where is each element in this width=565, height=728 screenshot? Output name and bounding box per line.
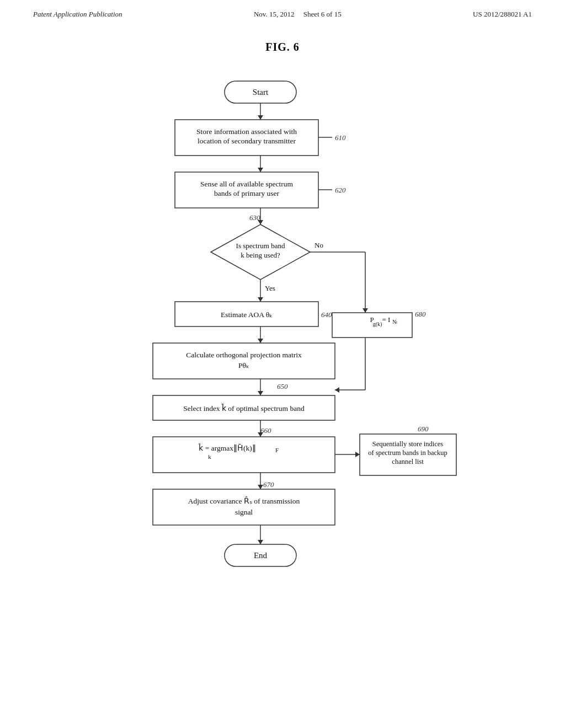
svg-marker-64 <box>258 485 263 489</box>
svg-marker-22 <box>258 297 263 302</box>
svg-marker-57 <box>355 452 360 457</box>
svg-marker-3 <box>258 115 263 120</box>
svg-rect-51 <box>153 437 335 473</box>
svg-marker-26 <box>363 308 368 313</box>
svg-text:Estimate AOA θₖ: Estimate AOA θₖ <box>221 311 273 319</box>
svg-rect-38 <box>153 343 335 379</box>
svg-text:690: 690 <box>418 425 429 433</box>
svg-rect-0 <box>225 81 296 103</box>
svg-text:k: k <box>208 453 211 460</box>
svg-text:Sequentially store indices: Sequentially store indices <box>372 440 444 448</box>
svg-text:channel list: channel list <box>392 458 424 465</box>
svg-text:620: 620 <box>335 186 346 194</box>
svg-rect-10 <box>175 172 318 208</box>
svg-marker-9 <box>258 168 263 172</box>
svg-rect-33 <box>175 302 318 326</box>
svg-rect-71 <box>225 544 296 566</box>
svg-text:Yes: Yes <box>265 284 275 292</box>
svg-text:Pθₖ: Pθₖ <box>238 361 249 370</box>
svg-text:bands of primary user: bands of primary user <box>214 189 280 197</box>
flowchart-diagram: Start Store information associated with … <box>89 70 476 677</box>
figure-title: FIG. 6 <box>0 41 565 53</box>
svg-text:Select index k̂ of optimal spe: Select index k̂ of optimal spectrum band <box>183 404 305 413</box>
svg-text:Sense all of available spectru: Sense all of available spectrum <box>200 180 293 188</box>
svg-text:End: End <box>254 551 268 560</box>
svg-text:k being used?: k being used? <box>241 251 280 259</box>
svg-text:of spectrum bands in backup: of spectrum bands in backup <box>368 449 447 457</box>
svg-text:Is spectrum band: Is spectrum band <box>236 242 285 250</box>
header-publication: Patent Application Publication <box>33 10 122 19</box>
svg-text:660: 660 <box>260 426 271 435</box>
svg-text:Calculate orthogonal projectio: Calculate orthogonal projection matrix <box>186 351 302 359</box>
svg-rect-58 <box>360 434 456 475</box>
svg-text:P: P <box>370 315 374 324</box>
svg-text:630: 630 <box>249 213 260 222</box>
svg-text:610: 610 <box>335 133 346 142</box>
svg-text:g(k): g(k) <box>373 321 382 328</box>
svg-text:= I: = I <box>382 315 391 324</box>
svg-text:k̂ = argmax‖H̄(k)‖: k̂ = argmax‖H̄(k)‖ <box>198 443 255 452</box>
svg-marker-43 <box>335 387 339 393</box>
svg-text:No: No <box>315 241 323 249</box>
svg-rect-27 <box>332 313 412 338</box>
header-patent-num: US 2012/288021 A1 <box>473 10 532 19</box>
svg-text:Nₜ: Nₜ <box>392 319 398 325</box>
svg-text:location of secondary transmit: location of secondary transmitter <box>198 137 296 145</box>
svg-text:Store information associated w: Store information associated with <box>196 127 297 136</box>
svg-text:680: 680 <box>415 310 426 318</box>
svg-marker-16 <box>211 224 310 280</box>
svg-marker-15 <box>258 220 263 224</box>
svg-marker-70 <box>258 540 263 544</box>
svg-rect-65 <box>153 489 335 525</box>
svg-marker-37 <box>258 339 263 343</box>
svg-text:Start: Start <box>253 88 269 97</box>
svg-marker-50 <box>258 432 263 437</box>
svg-text:650: 650 <box>277 382 288 390</box>
svg-text:signal: signal <box>235 508 253 516</box>
svg-text:F: F <box>275 447 279 453</box>
svg-rect-47 <box>153 395 335 420</box>
svg-text:640: 640 <box>321 311 332 319</box>
svg-text:670: 670 <box>263 480 274 489</box>
svg-rect-4 <box>175 120 318 156</box>
header-date-sheet: Nov. 15, 2012 Sheet 6 of 15 <box>254 10 342 19</box>
svg-marker-45 <box>258 391 263 395</box>
page-header: Patent Application Publication Nov. 15, … <box>0 0 565 24</box>
svg-text:Adjust covariance R̂ₛ of trans: Adjust covariance R̂ₛ of transmission <box>188 496 300 505</box>
